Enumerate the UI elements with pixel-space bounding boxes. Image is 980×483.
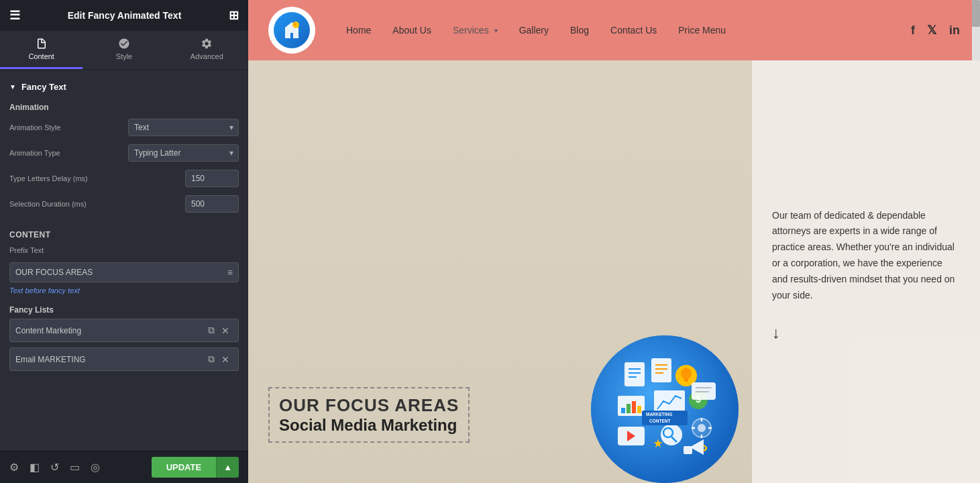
animation-type-select[interactable]: Typing Latter Delete Then Type Fade In: [128, 144, 239, 162]
svg-rect-15: [637, 406, 641, 413]
fancy-list-item-1-label: Content Marketing: [15, 326, 205, 335]
nav-price[interactable]: Price Menu: [667, 0, 737, 60]
svg-marker-35: [654, 439, 663, 447]
site-logo: [268, 7, 315, 54]
animation-style-select[interactable]: Text Cursor Highlight: [128, 119, 239, 136]
prefix-input-row[interactable]: ≡: [9, 262, 239, 282]
svg-rect-13: [627, 404, 631, 413]
history-icon[interactable]: ↺: [50, 461, 59, 474]
fancy-list-item-2-delete-button[interactable]: ✕: [218, 353, 233, 366]
nav-services[interactable]: Services ▾: [442, 0, 508, 60]
fancy-list-item-1-copy-button[interactable]: ⧉: [205, 323, 218, 337]
attorney-text: Our team of dedicated & dependable attor…: [772, 208, 960, 304]
nav-gallery[interactable]: Gallery: [508, 0, 559, 60]
prefix-field-group: Prefix Text: [0, 242, 248, 262]
focus-text-box: OUR FOCUS AREAS Social Media Marketing: [268, 387, 470, 443]
tab-content[interactable]: Content: [0, 31, 83, 69]
panel-title: Edit Fancy Animated Text: [68, 10, 182, 21]
grid-icon[interactable]: ⊞: [229, 8, 239, 23]
services-dropdown-icon: ▾: [494, 27, 498, 34]
svg-text:MARKETING: MARKETING: [646, 412, 672, 417]
bottom-bar-icons: ⚙ ◧ ↺ ▭ ◎: [9, 461, 100, 474]
tab-advanced-label: Advanced: [190, 52, 223, 60]
layers-icon[interactable]: ◧: [30, 461, 40, 474]
fancy-list-item-2-copy-button[interactable]: ⧉: [205, 352, 218, 366]
svg-rect-14: [632, 401, 636, 413]
scroll-thumb: [972, 0, 980, 27]
panel-body: ▼ Fancy Text Animation Animation Style T…: [0, 70, 248, 451]
prefix-label: Prefix Text: [9, 246, 239, 254]
animation-type-label: Animation Type: [9, 149, 97, 157]
animation-section-title: Animation: [9, 103, 239, 112]
marketing-circle-content: $: [604, 349, 725, 470]
tab-style[interactable]: Style: [83, 31, 165, 69]
marketing-circle-svg: $: [604, 349, 725, 470]
animation-group: Animation Animation Style Text Cursor Hi…: [0, 97, 248, 223]
fancy-list-item-1-delete-button[interactable]: ✕: [218, 324, 233, 337]
svg-rect-1: [624, 362, 645, 386]
nav-blog[interactable]: Blog: [559, 0, 600, 60]
svg-rect-16: [654, 390, 685, 413]
tabs-row: Content Style Advanced: [0, 31, 248, 70]
tab-style-label: Style: [116, 52, 132, 60]
update-button-wrap: UPDATE ▲: [152, 457, 239, 478]
svg-rect-30: [692, 382, 716, 400]
prefix-hint: Text before fancy text: [0, 285, 248, 301]
animation-type-select-wrapper: Typing Latter Delete Then Type Fade In: [128, 144, 239, 162]
nav-home[interactable]: Home: [335, 0, 382, 60]
svg-rect-34: [684, 446, 692, 454]
svg-point-25: [698, 424, 706, 432]
svg-text:CONTENT: CONTENT: [649, 419, 670, 423]
focus-areas-label: OUR FOCUS AREAS: [279, 395, 459, 416]
fancy-text-label: Fancy Text: [21, 82, 66, 92]
update-arrow-button[interactable]: ▲: [216, 457, 239, 478]
bottom-bar: ⚙ ◧ ↺ ▭ ◎ UPDATE ▲: [0, 451, 248, 483]
hero-section: OUR FOCUS AREAS Social Media Marketing: [248, 60, 980, 483]
social-icons: f 𝕏 in: [911, 23, 960, 38]
prefix-text-input[interactable]: [10, 263, 222, 282]
animation-style-row: Animation Style Text Cursor Highlight: [9, 119, 239, 136]
nav-contact[interactable]: Contact Us: [600, 0, 667, 60]
selection-input[interactable]: [185, 195, 239, 213]
right-panel: Home About Us Services ▾ Gallery Blog Co…: [248, 0, 980, 483]
site-content: OUR FOCUS AREAS Social Media Marketing: [248, 60, 980, 483]
fancy-lists-label: Fancy Lists: [0, 301, 248, 319]
svg-rect-5: [651, 358, 671, 382]
hero-left: OUR FOCUS AREAS Social Media Marketing: [248, 60, 752, 483]
delay-row: Type Letters Delay (ms): [9, 170, 239, 187]
tab-content-label: Content: [28, 52, 54, 60]
svg-rect-12: [621, 408, 625, 413]
text-align-icon: ≡: [222, 263, 238, 282]
nav-services-label: Services: [453, 25, 489, 36]
logo-icon: [281, 19, 303, 41]
update-button[interactable]: UPDATE: [152, 457, 216, 478]
fancy-list-item-2-label: Email MARKETING: [15, 355, 205, 364]
animation-type-row: Animation Type Typing Latter Delete Then…: [9, 144, 239, 162]
nav-about[interactable]: About Us: [382, 0, 442, 60]
svg-rect-10: [684, 379, 688, 382]
panel-header: ☰ Edit Fancy Animated Text ⊞: [0, 0, 248, 31]
left-panel: ☰ Edit Fancy Animated Text ⊞ Content Sty…: [0, 0, 248, 483]
site-nav: Home About Us Services ▾ Gallery Blog Co…: [248, 0, 980, 60]
focus-areas-subtitle: Social Media Marketing: [279, 416, 459, 435]
content-section-title: Content: [0, 223, 248, 242]
collapse-arrow: ▼: [9, 83, 16, 91]
nav-links: Home About Us Services ▾ Gallery Blog Co…: [335, 0, 911, 60]
marketing-circle: $: [591, 335, 739, 483]
animation-style-select-wrapper: Text Cursor Highlight: [128, 119, 239, 136]
facebook-icon[interactable]: f: [911, 23, 915, 38]
responsive-icon[interactable]: ▭: [70, 461, 80, 474]
linkedin-icon[interactable]: in: [949, 23, 960, 38]
fancy-text-section-header[interactable]: ▼ Fancy Text: [0, 76, 248, 97]
selection-label: Selection Duration (ms): [9, 200, 97, 208]
tab-advanced[interactable]: Advanced: [166, 31, 248, 69]
settings-icon[interactable]: ⚙: [9, 461, 19, 474]
down-arrow-icon: ↓: [772, 323, 960, 342]
delay-label: Type Letters Delay (ms): [9, 174, 97, 182]
selection-row: Selection Duration (ms): [9, 195, 239, 213]
hero-right: Our team of dedicated & dependable attor…: [752, 60, 980, 483]
twitter-icon[interactable]: 𝕏: [927, 23, 937, 38]
preview-icon[interactable]: ◎: [91, 461, 100, 474]
delay-input[interactable]: [185, 170, 239, 187]
hamburger-icon[interactable]: ☰: [9, 8, 20, 23]
